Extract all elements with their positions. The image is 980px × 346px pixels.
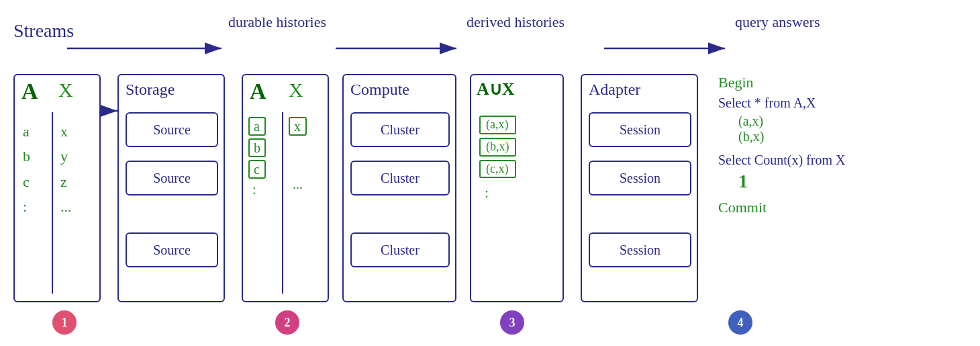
adapter-box: Adapter Session Session : Session (581, 74, 698, 302)
cluster-label-2: Cluster (381, 171, 420, 186)
commit-label: Commit (718, 199, 967, 216)
step-1-circle: 1 (52, 310, 77, 335)
source-label-2: Source (153, 171, 191, 186)
session-label-2: Session (620, 171, 660, 186)
streams-label: Streams (13, 20, 74, 42)
col2-x-header: X (289, 79, 303, 101)
durable-box: A X a b c : x ... (242, 74, 329, 302)
col3-items: (a,x) (b,x) (c,x) : (479, 116, 516, 203)
result1b-label: (b,x) (738, 129, 967, 144)
select2-label: Select Count(x) from X (718, 153, 967, 168)
session-label-3: Session (620, 243, 660, 258)
derived-box: A∪X (a,x) (b,x) (c,x) : (470, 74, 564, 302)
step-3-circle: 3 (500, 310, 524, 335)
cluster-box-3: Cluster (350, 232, 450, 267)
query-panel: Begin Select * from A,X (a,x) (b,x) Sele… (718, 74, 967, 216)
streams-box: A X abc: xyz... (13, 74, 101, 302)
query-answers-label: query answers (735, 13, 820, 31)
cluster-label-3: Cluster (381, 243, 420, 258)
col2-a-header: A (250, 79, 266, 104)
col1-a-header: A (21, 79, 38, 104)
session-box-2: Session (589, 161, 691, 196)
durable-histories-label: durable histories (228, 13, 326, 31)
result1a-label: (a,x) (738, 114, 967, 129)
source-box-2: Source (126, 161, 218, 196)
step-4-circle: 4 (728, 310, 752, 335)
col2-x-items: x ... (289, 117, 307, 192)
col1-divider (52, 112, 53, 294)
compute-title: Compute (350, 81, 409, 99)
col1-x-header: X (58, 79, 73, 101)
cluster-box-2: Cluster (350, 161, 450, 196)
col1-x-items: xyz... (60, 119, 72, 220)
col1-a-items: abc: (23, 119, 30, 220)
source-label-3: Source (153, 243, 191, 258)
session-box-3: Session (589, 232, 691, 267)
col2-divider (282, 112, 283, 294)
source-box-3: Source (126, 232, 218, 267)
source-label-1: Source (153, 122, 191, 138)
step-2-circle: 2 (275, 310, 299, 335)
session-label-1: Session (620, 122, 660, 138)
source-box-1: Source (126, 112, 218, 147)
adapter-title: Adapter (589, 81, 640, 99)
session-box-1: Session (589, 112, 691, 147)
col2-a-items: a b c : (248, 117, 266, 198)
result2-label: 1 (738, 171, 967, 192)
diagram: Streams durable histories derived histor… (0, 0, 980, 346)
cluster-label-1: Cluster (381, 122, 420, 138)
col3-header: A∪X (477, 79, 515, 99)
compute-box: Compute Cluster Cluster : Cluster (342, 74, 456, 302)
storage-box: Storage Source Source : Source (117, 74, 225, 302)
derived-histories-label: derived histories (467, 13, 565, 31)
storage-title: Storage (126, 81, 175, 99)
cluster-box-1: Cluster (350, 112, 450, 147)
select1-label: Select * from A,X (718, 95, 967, 111)
begin-label: Begin (718, 74, 967, 91)
